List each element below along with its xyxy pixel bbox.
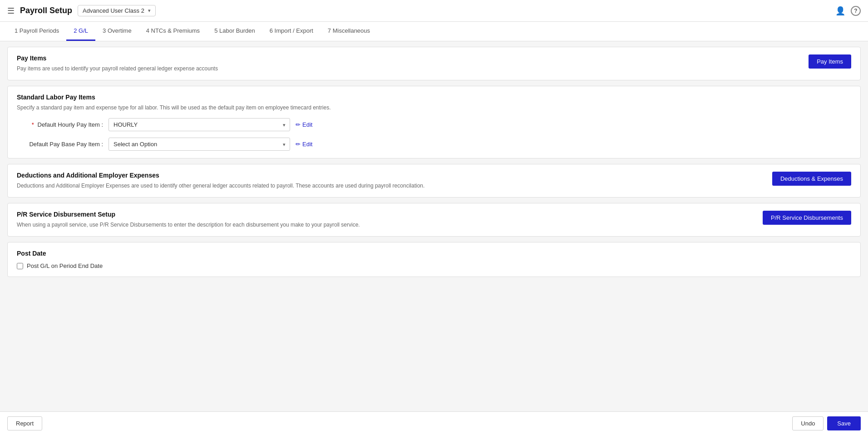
pr-service-section: P/R Service Disbursement Setup When usin… [7, 203, 861, 237]
default-pay-base-row: Default Pay Base Pay Item : Select an Op… [17, 138, 851, 151]
standard-labor-title: Standard Labor Pay Items [17, 94, 851, 101]
default-pay-base-label: Default Pay Base Pay Item : [17, 141, 103, 148]
default-hourly-edit[interactable]: ✏ Edit [296, 121, 312, 128]
tab-overtime[interactable]: 3 Overtime [95, 22, 139, 41]
post-date-section: Post Date Post G/L on Period End Date [7, 242, 861, 277]
pay-items-section: Pay Items Pay items are used to identify… [7, 47, 861, 80]
pencil-icon: ✏ [296, 141, 301, 148]
class-selector-label: Advanced User Class 2 [83, 7, 144, 14]
default-hourly-label: * Default Hourly Pay Item : [17, 121, 103, 128]
main-content: Pay Items Pay items are used to identify… [0, 41, 868, 411]
pr-service-desc: When using a payroll service, use P/R Se… [17, 221, 360, 229]
deductions-desc: Deductions and Additional Employer Expen… [17, 182, 424, 190]
pencil-icon: ✏ [296, 121, 301, 128]
report-button[interactable]: Report [7, 416, 42, 430]
default-pay-base-select-wrapper: Select an Option ▾ [108, 138, 290, 151]
deductions-section: Deductions and Additional Employer Expen… [7, 164, 861, 198]
default-hourly-select[interactable]: HOURLY [108, 118, 290, 131]
tab-ntcs-premiums[interactable]: 4 NTCs & Premiums [139, 22, 207, 41]
help-icon[interactable]: ? [851, 6, 861, 16]
deductions-title: Deductions and Additional Employer Expen… [17, 172, 424, 179]
standard-labor-section: Standard Labor Pay Items Specify a stand… [7, 86, 861, 158]
default-pay-base-select[interactable]: Select an Option [108, 138, 290, 151]
footer-right-actions: Undo Save [792, 416, 861, 430]
hamburger-icon[interactable]: ☰ [7, 6, 15, 16]
tab-gl[interactable]: 2 G/L [66, 22, 95, 41]
tab-miscellaneous[interactable]: 7 Miscellaneous [321, 22, 377, 41]
default-hourly-select-wrapper: HOURLY ▾ [108, 118, 290, 131]
pr-service-button[interactable]: P/R Service Disbursements [763, 211, 851, 225]
post-gl-row: Post G/L on Period End Date [17, 262, 851, 269]
default-pay-base-edit[interactable]: ✏ Edit [296, 141, 312, 148]
deductions-button[interactable]: Deductions & Expenses [772, 172, 851, 186]
tab-payroll-periods[interactable]: 1 Payroll Periods [7, 22, 66, 41]
pay-items-title: Pay Items [17, 54, 218, 62]
post-date-title: Post Date [17, 250, 851, 257]
tab-labor-burden[interactable]: 5 Labor Burden [207, 22, 262, 41]
post-gl-checkbox[interactable] [17, 263, 23, 269]
default-hourly-row: * Default Hourly Pay Item : HOURLY ▾ ✏ E… [17, 118, 851, 131]
tabs-bar: 1 Payroll Periods 2 G/L 3 Overtime 4 NTC… [0, 22, 868, 41]
pr-service-title: P/R Service Disbursement Setup [17, 211, 360, 218]
page-title: Payroll Setup [20, 6, 72, 15]
tab-import-export[interactable]: 6 Import / Export [262, 22, 321, 41]
chevron-down-icon: ▾ [148, 8, 151, 14]
deductions-header: Deductions and Additional Employer Expen… [17, 172, 851, 190]
footer: Report Undo Save [0, 411, 868, 435]
header: ☰ Payroll Setup Advanced User Class 2 ▾ … [0, 0, 868, 22]
header-actions: 👤 ? [835, 6, 861, 16]
pr-service-header: P/R Service Disbursement Setup When usin… [17, 211, 851, 229]
user-icon[interactable]: 👤 [835, 6, 845, 16]
standard-labor-desc: Specify a standard pay item and expense … [17, 104, 851, 112]
pay-items-desc: Pay items are used to identify your payr… [17, 64, 218, 73]
pay-items-header: Pay Items Pay items are used to identify… [17, 54, 851, 73]
class-selector[interactable]: Advanced User Class 2 ▾ [78, 5, 156, 16]
post-gl-label[interactable]: Post G/L on Period End Date [27, 262, 103, 269]
pay-items-button[interactable]: Pay Items [809, 54, 851, 69]
undo-button[interactable]: Undo [792, 416, 824, 430]
save-button[interactable]: Save [827, 416, 861, 430]
required-indicator: * [32, 121, 34, 128]
